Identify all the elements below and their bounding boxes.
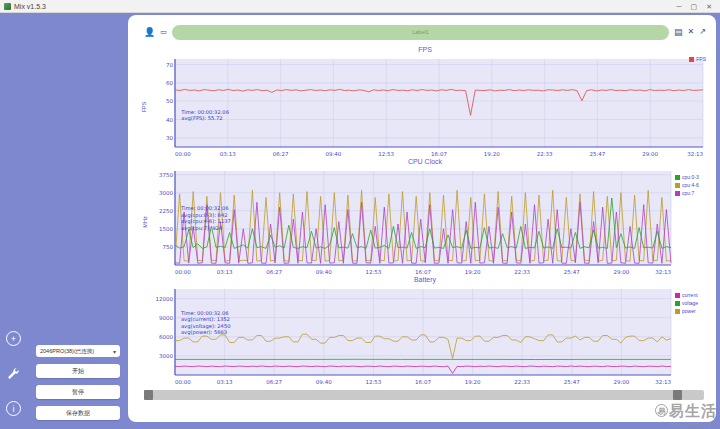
svg-text:09:40: 09:40 [316,269,332,275]
svg-text:03:13: 03:13 [217,269,233,275]
svg-text:30: 30 [166,135,173,141]
svg-text:16:07: 16:07 [415,269,431,275]
svg-text:3000: 3000 [159,190,173,196]
toolbar: 👤 ▭ Label1 ▤ ✕ ↗ [144,22,706,42]
svg-text:00:00: 00:00 [175,269,191,275]
chevron-down-icon: ▾ [113,348,116,355]
export-icon[interactable]: ↗ [699,27,706,37]
legend-item: cpu:7 [675,190,708,196]
svg-text:70: 70 [166,62,173,68]
svg-text:12000: 12000 [156,296,174,302]
svg-text:3000: 3000 [159,353,173,359]
legend-item: FPS [689,56,706,62]
user-icon[interactable]: 👤 [144,27,155,37]
svg-text:Time: 00:00:32.06: Time: 00:00:32.06 [180,109,229,115]
close-button[interactable]: ✕ [706,3,712,10]
svg-text:22:33: 22:33 [537,151,553,157]
cpu-chart-title: CPU Clock [140,158,710,168]
svg-text:16:07: 16:07 [431,151,447,157]
svg-text:29:00: 29:00 [642,151,658,157]
session-label-bar[interactable]: Label1 [172,25,669,40]
svg-text:29:00: 29:00 [613,379,629,385]
svg-text:19:20: 19:20 [465,269,481,275]
svg-text:60: 60 [166,80,173,86]
svg-text:avg(power): 5663: avg(power): 5663 [181,329,227,336]
watermark-logo: 易 [655,404,668,417]
svg-text:6000: 6000 [159,334,173,340]
window-title: Mix v1.5.3 [14,3,677,10]
svg-text:750: 750 [163,244,174,250]
start-button[interactable]: 开始 [36,364,120,378]
svg-text:00:00: 00:00 [175,151,191,157]
app-background: + i 2046PRO(38)(已连接) ▾ 开始 暂停 保存数据 👤 ▭ La… [0,13,720,429]
fps-plot[interactable]: 00:0003:1306:2709:4012:5316:0719:2022:33… [149,56,707,158]
minimize-button[interactable]: ─ [677,3,682,10]
save-icon[interactable]: ▤ [674,27,683,37]
svg-text:25:47: 25:47 [564,269,580,275]
svg-text:32:13: 32:13 [655,269,671,275]
fps-chart: FPS FPS 00:0003:1306:2709:4012:5316:0719… [140,46,710,158]
svg-text:avg(FPS): 55.72: avg(FPS): 55.72 [181,115,222,122]
svg-text:12:53: 12:53 [378,151,394,157]
svg-text:00:00: 00:00 [175,379,191,385]
battery-chart-title: Battery [140,276,710,286]
svg-text:40: 40 [166,117,173,123]
svg-text:12:53: 12:53 [365,379,381,385]
main-panel: 👤 ▭ Label1 ▤ ✕ ↗ FPS FPS 00:0003:1306:27… [128,15,716,422]
maximize-button[interactable]: ▢ [691,3,698,10]
svg-text:22:33: 22:33 [514,379,530,385]
watermark-brand: 易生活 [669,402,717,419]
svg-text:Time: 00:00:32.06: Time: 00:00:32.06 [180,205,229,211]
battery-plot[interactable]: 00:0003:1306:2709:4012:5316:0719:2022:33… [149,286,675,386]
cpu-y-axis-label: MHz [142,216,148,227]
svg-text:22:33: 22:33 [514,269,530,275]
svg-text:32:13: 32:13 [687,151,703,157]
battery-chart: Battery 00:0003:1306:2709:4012:5316:0719… [140,276,710,386]
cpu-clock-chart: CPU Clock MHz 00:0003:1306:2709:4012:531… [140,158,710,276]
settings-wrench-icon[interactable] [6,366,21,381]
svg-text:09:40: 09:40 [325,151,341,157]
svg-text:Time: 00:00:32.06: Time: 00:00:32.06 [180,310,229,316]
device-select-value: 2046PRO(38)(已连接) [40,348,94,355]
fps-legend: FPS [689,56,706,62]
svg-text:03:13: 03:13 [217,379,233,385]
svg-text:25:47: 25:47 [589,151,605,157]
svg-text:2250: 2250 [159,208,173,214]
fps-chart-title: FPS [140,46,710,56]
add-device-icon[interactable]: + [6,331,21,346]
svg-text:3750: 3750 [159,172,173,178]
cpu-plot[interactable]: 00:0003:1306:2709:4012:5316:0719:2022:33… [149,168,675,276]
svg-text:03:13: 03:13 [220,151,236,157]
scrollbar-left-handle[interactable] [144,390,153,400]
watermark: 易易生活 www.yishenghuo.com [655,402,717,427]
timeline-scrollbar[interactable] [144,390,704,400]
svg-text:1500: 1500 [159,226,173,232]
svg-text:12:53: 12:53 [365,269,381,275]
svg-text:avg(cpu:7): 924: avg(cpu:7): 924 [181,225,223,232]
fps-y-axis-label: FPS [142,102,148,113]
info-icon[interactable]: i [6,401,21,416]
svg-text:06:27: 06:27 [266,269,282,275]
app-icon [4,3,11,10]
legend-item: cpu:4-6 [675,182,708,188]
sidebar-icon-rail: + i [6,331,21,416]
title-bar: Mix v1.5.3 ─ ▢ ✕ [0,0,720,13]
scrollbar-right-handle[interactable] [673,390,682,400]
clear-icon[interactable]: ✕ [688,27,695,37]
legend-item: power [675,308,708,314]
pause-button[interactable]: 暂停 [36,385,120,399]
save-data-button[interactable]: 保存数据 [36,406,120,420]
svg-text:06:27: 06:27 [266,379,282,385]
sidebar-controls: 2046PRO(38)(已连接) ▾ 开始 暂停 保存数据 [36,345,120,420]
svg-text:25:47: 25:47 [564,379,580,385]
battery-legend: currentvoltagepower [675,286,708,386]
svg-text:16:07: 16:07 [415,379,431,385]
device-icon[interactable]: ▭ [160,27,167,37]
svg-text:29:00: 29:00 [613,269,629,275]
svg-text:19:20: 19:20 [484,151,500,157]
svg-text:32:13: 32:13 [655,379,671,385]
device-select[interactable]: 2046PRO(38)(已连接) ▾ [36,345,120,357]
legend-item: cpu:0-3 [675,174,708,180]
legend-item: voltage [675,300,708,306]
svg-text:50: 50 [166,98,173,104]
